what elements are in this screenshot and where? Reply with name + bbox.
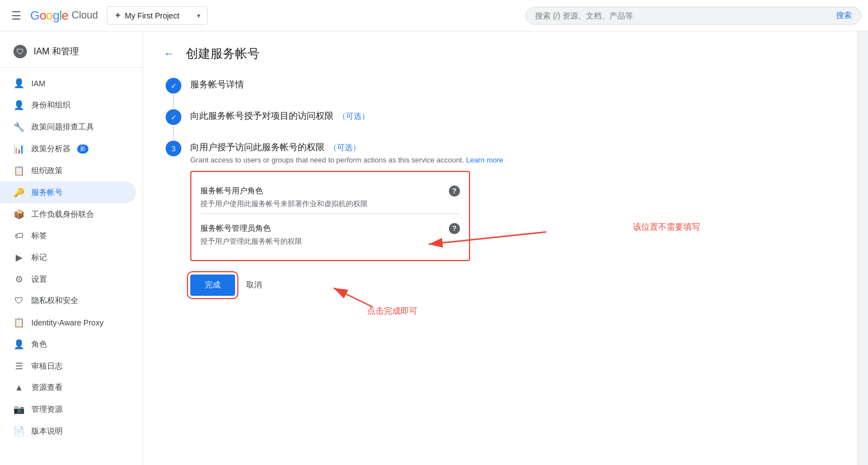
step-3-number: 3 bbox=[171, 145, 175, 153]
sidebar-item-audit-log[interactable]: ☰ 审核日志 bbox=[0, 355, 136, 377]
field-2-hint: 授予用户管理此服务帐号的权限 bbox=[200, 236, 460, 247]
sidebar-item-label: 标签 bbox=[31, 231, 47, 241]
step-1-left: ✓ bbox=[166, 78, 181, 109]
sidebar-item-label: 资源查看 bbox=[31, 383, 63, 393]
sidebar-title: IAM 和管理 bbox=[34, 46, 79, 58]
google-cloud-logo: Google Cloud bbox=[30, 8, 98, 23]
step-1: ✓ 服务帐号详情 bbox=[166, 78, 839, 109]
step-2-content: 向此服务帐号授予对项目的访问权限 （可选） bbox=[190, 109, 839, 124]
sidebar-item-privacy-security[interactable]: 🛡 隐私权和安全 bbox=[0, 290, 136, 311]
workload-icon: 📦 bbox=[13, 209, 25, 220]
sidebar-item-label: 身份和组织 bbox=[31, 100, 71, 110]
action-row: 完成 取消 bbox=[190, 275, 839, 296]
sidebar-item-resource[interactable]: ▲ 资源查看 bbox=[0, 377, 136, 398]
step-2-left: ✓ bbox=[166, 109, 181, 141]
privacy-icon: 🛡 bbox=[13, 296, 25, 306]
roles-icon: 👤 bbox=[13, 339, 25, 350]
done-button[interactable]: 完成 bbox=[190, 275, 235, 296]
annotation-2-text: 点击完成即可 bbox=[367, 306, 417, 317]
cloud-label: Cloud bbox=[72, 10, 98, 21]
field-2-help-icon[interactable]: ? bbox=[449, 223, 460, 234]
sidebar-item-label: 设置 bbox=[31, 275, 47, 285]
project-icon: ✦ bbox=[114, 10, 121, 21]
sidebar-header: 🛡 IAM 和管理 bbox=[0, 36, 143, 68]
sidebar-item-label: 版本说明 bbox=[31, 426, 63, 436]
search-button[interactable]: 搜索 bbox=[836, 11, 852, 21]
service-account-user-role-field: 服务帐号用户角色 ? 授予用户使用此服务帐号来部署作业和虚拟机的权限 bbox=[200, 181, 460, 214]
step-3-description: Grant access to users or groups that nee… bbox=[190, 156, 839, 164]
labels-icon: 🏷 bbox=[13, 231, 25, 241]
main-content: ← 创建服务帐号 ✓ 服务帐号详情 bbox=[143, 31, 857, 465]
sidebar-item-settings[interactable]: ⚙ 设置 bbox=[0, 268, 136, 290]
steps-container: ✓ 服务帐号详情 ✓ bbox=[161, 78, 839, 296]
page-header: ← 创建服务帐号 bbox=[161, 45, 839, 62]
tags-icon: ▶ bbox=[13, 252, 25, 263]
field-1-hint: 授予用户使用此服务帐号来部署作业和虚拟机的权限 bbox=[200, 199, 460, 209]
iam-shield-icon: 🛡 bbox=[13, 45, 27, 58]
step-2-title: 向此服务帐号授予对项目的访问权限 （可选） bbox=[190, 110, 839, 122]
step-2: ✓ 向此服务帐号授予对项目的访问权限 （可选） bbox=[166, 109, 839, 141]
settings-icon: ⚙ bbox=[13, 274, 25, 285]
sidebar-item-label: 服务帐号 bbox=[31, 188, 63, 198]
sidebar-item-version-notes[interactable]: 📄 版本说明 bbox=[0, 420, 136, 442]
wrench-icon: 🔧 bbox=[13, 122, 25, 132]
field-1-header: 服务帐号用户角色 ? bbox=[200, 185, 460, 197]
search-bar[interactable]: 搜索 bbox=[526, 7, 861, 25]
service-account-icon: 🔑 bbox=[13, 187, 25, 198]
step-1-title: 服务帐号详情 bbox=[190, 79, 839, 91]
right-panel bbox=[857, 31, 868, 465]
sidebar-item-policy-troubleshoot[interactable]: 🔧 政策问题排查工具 bbox=[0, 116, 136, 138]
new-badge: 新 bbox=[77, 145, 88, 154]
version-icon: 📄 bbox=[13, 426, 25, 436]
step-1-circle: ✓ bbox=[166, 78, 181, 94]
step-3-circle: 3 bbox=[166, 141, 181, 156]
sidebar-item-iam[interactable]: 👤 IAM bbox=[0, 72, 136, 94]
sidebar-item-policy-analyzer[interactable]: 📊 政策分析器 新 bbox=[0, 138, 136, 160]
resource-icon: ▲ bbox=[13, 383, 25, 393]
sidebar-item-tags[interactable]: ▶ 标记 bbox=[0, 247, 136, 268]
search-input[interactable] bbox=[535, 11, 832, 20]
sidebar-item-manage-resources[interactable]: 📷 管理资源 bbox=[0, 398, 136, 420]
project-selector[interactable]: ✦ My First Project ▾ bbox=[107, 6, 208, 25]
menu-icon[interactable]: ☰ bbox=[7, 4, 26, 27]
step-3: 3 向用户授予访问此服务帐号的权限 （可选） Grant access to u… bbox=[166, 141, 839, 296]
field-2-header: 服务帐号管理员角色 ? bbox=[200, 223, 460, 234]
identity-icon: 👤 bbox=[13, 100, 25, 110]
step-3-left: 3 bbox=[166, 141, 181, 156]
step-2-circle: ✓ bbox=[166, 109, 181, 125]
sidebar-item-identity[interactable]: 👤 身份和组织 bbox=[0, 94, 136, 116]
step-2-connector bbox=[173, 126, 174, 140]
sidebar-item-label: 隐私权和安全 bbox=[31, 296, 78, 306]
field-1-help-icon[interactable]: ? bbox=[449, 185, 460, 197]
service-account-admin-role-field: 服务帐号管理员角色 ? 授予用户管理此服务帐号的权限 bbox=[200, 218, 460, 251]
topbar: ☰ Google Cloud ✦ My First Project ▾ 搜索 bbox=[0, 0, 868, 31]
sidebar-item-roles[interactable]: 👤 角色 bbox=[0, 333, 136, 355]
back-button[interactable]: ← bbox=[161, 45, 177, 62]
cancel-button[interactable]: 取消 bbox=[244, 275, 264, 296]
step-1-check: ✓ bbox=[171, 82, 177, 90]
sidebar-item-identity-aware-proxy[interactable]: 📋 Identity-Aware Proxy bbox=[0, 311, 136, 333]
field-2-label: 服务帐号管理员角色 bbox=[200, 224, 271, 234]
sidebar-item-labels[interactable]: 🏷 标签 bbox=[0, 225, 136, 247]
step-3-title: 向用户授予访问此服务帐号的权限 （可选） bbox=[190, 142, 839, 154]
learn-more-link[interactable]: Learn more bbox=[466, 156, 503, 164]
sidebar-item-label: 角色 bbox=[31, 340, 47, 350]
sidebar-item-org-policy[interactable]: 📋 组织政策 bbox=[0, 160, 136, 182]
form-box: 服务帐号用户角色 ? 授予用户使用此服务帐号来部署作业和虚拟机的权限 服务帐号管… bbox=[190, 171, 470, 261]
sidebar-item-label: 政策分析器 bbox=[31, 144, 71, 154]
iap-icon: 📋 bbox=[13, 317, 25, 328]
analyzer-icon: 📊 bbox=[13, 143, 25, 154]
sidebar-item-label: IAM bbox=[31, 79, 45, 88]
step-2-check: ✓ bbox=[171, 113, 177, 122]
sidebar-item-label: 标记 bbox=[31, 253, 47, 263]
step-2-optional: （可选） bbox=[338, 111, 369, 122]
sidebar-item-label: 审核日志 bbox=[31, 361, 63, 371]
logo-text: Google bbox=[30, 8, 68, 23]
field-1-label: 服务帐号用户角色 bbox=[200, 186, 263, 196]
sidebar-item-label: 组织政策 bbox=[31, 166, 63, 176]
sidebar-item-service-accounts[interactable]: 🔑 服务帐号 bbox=[0, 182, 136, 203]
step-3-optional: （可选） bbox=[329, 143, 360, 153]
sidebar-item-workload-identity[interactable]: 📦 工作负载身份联合 bbox=[0, 203, 136, 225]
sidebar-item-label: 政策问题排查工具 bbox=[31, 122, 94, 132]
sidebar-item-label: 工作负载身份联合 bbox=[31, 210, 94, 220]
